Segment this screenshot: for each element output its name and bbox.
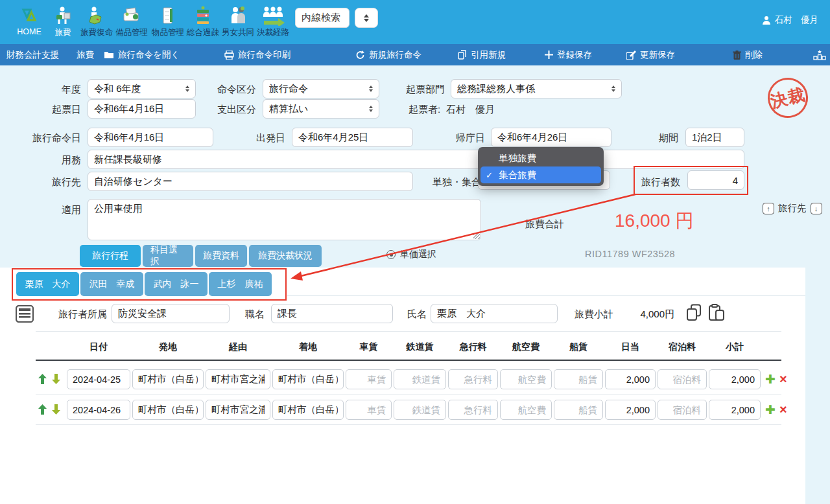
rail-cell[interactable] <box>394 369 446 389</box>
org-chart-button[interactable] <box>813 44 826 65</box>
date-cell[interactable] <box>67 400 130 420</box>
to-cell[interactable] <box>272 369 344 389</box>
col-rail: 鉄道賃 <box>394 341 446 353</box>
row-separator <box>36 394 781 395</box>
departure-date-input[interactable] <box>292 128 413 147</box>
col-to: 着地 <box>272 341 344 353</box>
ship-cell[interactable] <box>554 400 603 420</box>
fare-cell[interactable] <box>346 400 392 420</box>
traveler-bag-icon <box>44 4 82 27</box>
update-save-button[interactable]: 更新保存 <box>626 44 675 65</box>
traveler-tab-1[interactable]: 栗原 大介 <box>16 272 79 296</box>
daily-cell[interactable] <box>605 400 656 420</box>
col-air: 航空費 <box>500 341 552 353</box>
col-ship: 船賃 <box>554 341 603 353</box>
select-stepper-icon <box>185 86 189 92</box>
solo-group-dropdown-menu: 単独旅費 ✓集合旅費 <box>478 147 604 186</box>
list-icon[interactable] <box>16 305 34 325</box>
row-up-icon[interactable] <box>38 404 48 415</box>
lodging-cell[interactable] <box>658 400 707 420</box>
return-date-input[interactable] <box>491 128 611 147</box>
traveler-tab-4[interactable]: 上杉 廣祐 <box>209 272 272 296</box>
paste-icon[interactable] <box>708 304 725 324</box>
print-order-button[interactable]: 旅行命令印刷 <box>224 44 290 65</box>
col-from: 発地 <box>132 341 204 353</box>
affiliation-input[interactable] <box>112 304 230 323</box>
nav-travel-report[interactable]: 旅費復命 <box>78 4 115 38</box>
traveler-count-input[interactable] <box>687 170 744 190</box>
destination-input[interactable] <box>88 172 413 191</box>
air-cell[interactable] <box>500 369 552 389</box>
row-up-icon[interactable] <box>38 374 48 384</box>
fare-cell[interactable] <box>346 369 392 389</box>
unit-price-radio[interactable]: 単価選択 <box>386 249 436 260</box>
from-cell[interactable] <box>132 369 204 389</box>
express-cell[interactable] <box>448 400 498 420</box>
subtotal-cell[interactable] <box>709 400 761 420</box>
name-input[interactable] <box>431 304 558 323</box>
nav-approval-route[interactable]: 決裁経路 <box>254 4 292 38</box>
date-cell[interactable] <box>67 369 130 389</box>
payment-type-select[interactable]: 精算払い <box>263 99 379 119</box>
new-order-button[interactable]: 新規旅行命令 <box>355 44 421 65</box>
extension-search-input[interactable] <box>295 8 350 28</box>
copier-icon <box>113 4 150 27</box>
nav-sogo-kaso[interactable]: 総合過疎 <box>184 4 222 38</box>
via-cell[interactable] <box>206 369 270 389</box>
cabinet-icon <box>149 4 187 27</box>
tab-expense-material[interactable]: 旅費資料 <box>195 245 247 267</box>
nav-gender-equality[interactable]: 男女共同 <box>219 4 257 38</box>
air-cell[interactable] <box>500 400 552 420</box>
podium-icon <box>813 49 826 61</box>
add-row-button[interactable]: ✚ <box>765 404 776 416</box>
fiscal-year-select[interactable]: 令和 6年度 <box>88 79 196 98</box>
add-row-button[interactable]: ✚ <box>765 373 776 385</box>
subtotal-cell[interactable] <box>709 369 761 389</box>
to-cell[interactable] <box>272 400 344 420</box>
order-type-select[interactable]: 旅行命令 <box>263 79 379 98</box>
row-down-icon[interactable] <box>51 374 62 384</box>
order-date-input[interactable] <box>88 128 213 147</box>
home-logo-icon <box>10 4 48 27</box>
delete-button[interactable]: 削除 <box>733 44 763 65</box>
copy-new-button[interactable]: 引用新規 <box>458 44 506 65</box>
resize-handle[interactable] <box>473 233 480 239</box>
nav-home[interactable]: HOME <box>10 4 48 36</box>
entry-date-input[interactable] <box>88 99 196 119</box>
rail-cell[interactable] <box>394 400 446 420</box>
copy-icon[interactable] <box>686 304 702 324</box>
folder-icon <box>104 51 114 59</box>
tab-approval-status[interactable]: 旅費決裁状況 <box>249 245 322 267</box>
tab-itinerary[interactable]: 旅行行程 <box>80 245 141 267</box>
menu-item-solo[interactable]: 単独旅費 <box>480 150 601 166</box>
job-title-input[interactable] <box>271 304 393 323</box>
extension-combo-button[interactable] <box>355 8 378 28</box>
lodging-cell[interactable] <box>658 369 707 389</box>
copy-page-icon <box>458 50 467 60</box>
nav-travel-expense[interactable]: 旅費 <box>44 4 82 38</box>
traveler-tab-2[interactable]: 沢田 幸成 <box>80 272 143 296</box>
via-cell[interactable] <box>206 400 270 420</box>
row-down-icon[interactable] <box>51 404 62 415</box>
author-label: 起票者: <box>409 104 440 116</box>
user-menu[interactable]: 石村 優月 <box>762 14 819 26</box>
dest-down-button[interactable]: ↓ <box>811 203 822 214</box>
purpose-input[interactable] <box>88 150 744 169</box>
from-cell[interactable] <box>132 400 204 420</box>
tab-subject-select[interactable]: 科目選択 <box>143 245 193 267</box>
register-save-button[interactable]: 登録保存 <box>545 44 592 65</box>
remarks-textarea[interactable]: 公用車使用 <box>88 199 481 240</box>
nav-goods[interactable]: 物品管理 <box>149 4 187 38</box>
nav-equipment[interactable]: 備品管理 <box>113 4 150 38</box>
ship-cell[interactable] <box>554 369 603 389</box>
open-order-button[interactable]: 旅行命令を開く <box>104 44 180 65</box>
dest-up-button[interactable]: ↑ <box>763 203 774 214</box>
traveler-tab-3[interactable]: 武内 詠一 <box>145 272 208 296</box>
delete-row-button[interactable]: × <box>779 403 787 416</box>
daily-cell[interactable] <box>605 369 656 389</box>
express-cell[interactable] <box>448 369 498 389</box>
menu-item-group[interactable]: ✓集合旅費 <box>480 166 601 183</box>
delete-row-button[interactable]: × <box>779 372 787 385</box>
department-select[interactable]: 総務課総務人事係 <box>451 79 622 98</box>
period-input[interactable] <box>685 128 744 147</box>
